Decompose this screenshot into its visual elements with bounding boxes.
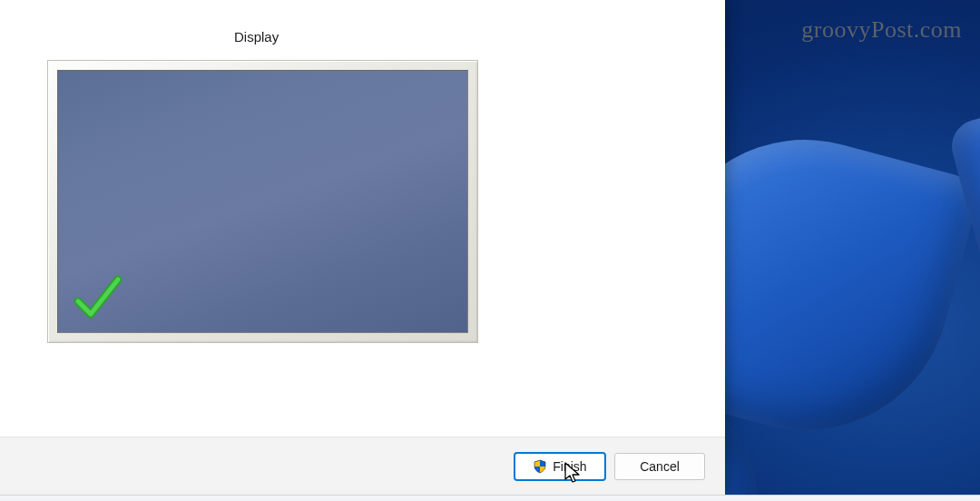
display-preview [47, 60, 478, 343]
cancel-button[interactable]: Cancel [614, 453, 705, 480]
finish-button-label: Finish [553, 459, 586, 474]
display-section-label: Display [234, 29, 279, 44]
checkmark-icon [71, 270, 125, 325]
uac-shield-icon [533, 459, 547, 474]
dialog-body: Display [0, 0, 725, 437]
cancel-button-label: Cancel [640, 459, 680, 474]
dialog-footer: Finish Cancel [0, 437, 725, 495]
finish-button[interactable]: Finish [514, 453, 605, 480]
monitor-screen [57, 70, 468, 333]
monitor-bezel [47, 60, 478, 343]
calibration-dialog: Display [0, 0, 725, 495]
taskbar-edge [0, 495, 980, 501]
watermark-text: groovyPost.com [801, 16, 962, 44]
